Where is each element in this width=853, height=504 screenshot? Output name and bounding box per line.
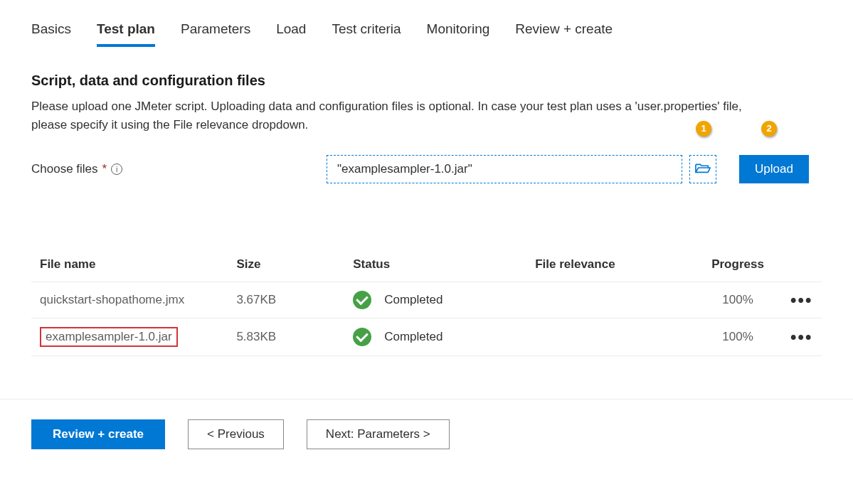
status-text: Completed: [384, 293, 443, 307]
wizard-footer: Review + create < Previous Next: Paramet…: [31, 419, 822, 449]
table-row: quickstart-shopathome.jmx 3.67KB Complet…: [31, 282, 822, 318]
file-name-cell: examplesampler-1.0.jar: [40, 327, 178, 347]
upload-button[interactable]: Upload: [739, 155, 809, 183]
tab-test-criteria[interactable]: Test criteria: [332, 17, 401, 47]
tab-test-plan[interactable]: Test plan: [97, 17, 155, 47]
section-title: Script, data and configuration files: [31, 73, 822, 89]
previous-button[interactable]: < Previous: [188, 419, 284, 449]
row-more-button[interactable]: •••: [790, 333, 813, 341]
next-button[interactable]: Next: Parameters >: [307, 419, 450, 449]
choose-files-label: Choose files * i: [31, 162, 319, 176]
progress-cell: 100%: [694, 318, 782, 355]
callout-1: 1: [696, 121, 711, 136]
tab-basics[interactable]: Basics: [31, 17, 71, 47]
callout-2: 2: [761, 121, 777, 136]
file-size-cell: 3.67KB: [228, 282, 344, 318]
col-file-name[interactable]: File name: [31, 247, 228, 282]
wizard-tabs: Basics Test plan Parameters Load Test cr…: [31, 17, 822, 47]
files-table: File name Size Status File relevance Pro…: [31, 247, 822, 356]
col-progress[interactable]: Progress: [694, 247, 782, 282]
tab-load[interactable]: Load: [276, 17, 306, 47]
file-name-cell: quickstart-shopathome.jmx: [40, 293, 184, 306]
file-relevance-cell: [526, 318, 694, 355]
tab-review-create[interactable]: Review + create: [515, 17, 613, 47]
check-circle-icon: [353, 328, 371, 346]
folder-open-icon: [695, 161, 711, 176]
col-status[interactable]: Status: [344, 247, 526, 282]
check-circle-icon: [353, 291, 371, 309]
choose-files-row: 1 2 Choose files * i Upload: [31, 155, 822, 183]
file-relevance-cell: [526, 282, 694, 318]
col-size[interactable]: Size: [228, 247, 344, 282]
status-text: Completed: [384, 330, 443, 344]
tab-monitoring[interactable]: Monitoring: [427, 17, 490, 47]
info-icon[interactable]: i: [111, 163, 122, 175]
col-file-relevance[interactable]: File relevance: [526, 247, 694, 282]
file-size-cell: 5.83KB: [228, 318, 344, 355]
row-more-button[interactable]: •••: [790, 296, 813, 304]
browse-button[interactable]: [689, 155, 716, 183]
required-asterisk: *: [102, 162, 107, 176]
progress-cell: 100%: [694, 282, 782, 318]
footer-divider: [0, 399, 853, 400]
review-create-button[interactable]: Review + create: [31, 419, 165, 449]
table-row: examplesampler-1.0.jar 5.83KB Completed …: [31, 318, 822, 355]
file-input[interactable]: [327, 155, 682, 183]
tab-parameters[interactable]: Parameters: [181, 17, 250, 47]
section-description: Please upload one JMeter script. Uploadi…: [31, 97, 778, 135]
choose-files-label-text: Choose files: [31, 162, 98, 176]
